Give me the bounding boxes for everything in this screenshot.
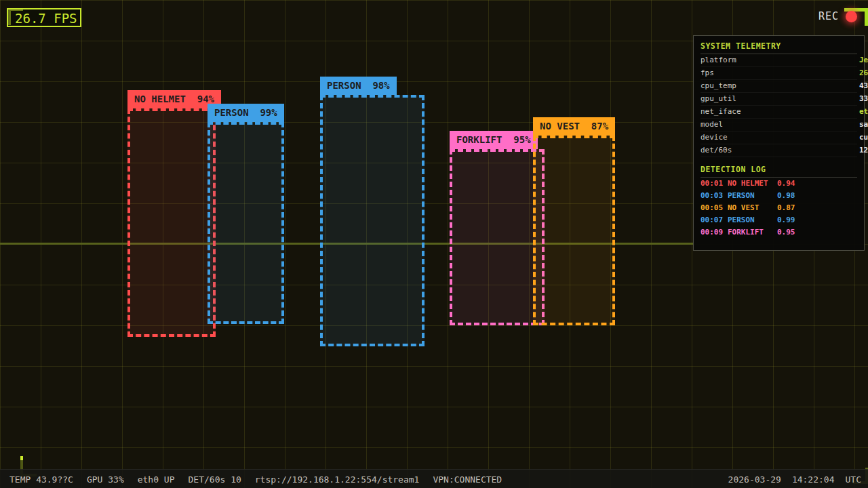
telemetry-row-value: eth0: [859, 106, 868, 118]
telemetry-rows: platformJetsfps26.7cpu_temp43.9gpu_util3…: [701, 54, 864, 157]
detection-log-row: 00:03PERSON0.98: [701, 190, 864, 202]
telemetry-row-value: 26.7: [859, 67, 868, 79]
status-item: TEMP 43.9??C: [9, 474, 73, 485]
detection-log-entries: 00:01NO HELMET0.9400:03PERSON0.9800:05NO…: [701, 178, 864, 239]
log-confidence: 0.87: [777, 202, 795, 214]
telemetry-row: fps26.7: [701, 67, 857, 80]
telemetry-row: gpu_util33%: [701, 93, 857, 106]
detection-box: FORKLIFT 95%: [450, 149, 545, 325]
telemetry-row-label: platform: [701, 56, 736, 64]
telemetry-title: SYSTEM TELEMETRY: [701, 39, 857, 54]
detection-log-row: 00:05NO VEST0.87: [701, 202, 864, 214]
telemetry-row: devicecuda: [701, 131, 857, 144]
telemetry-row: net_ifaceeth0: [701, 106, 857, 119]
detection-log-row: 00:09FORKLIFT0.95: [701, 226, 864, 239]
detection-label: PERSON 98%: [320, 77, 397, 95]
status-item: UTC: [846, 474, 861, 485]
detection-log-row: 00:01NO HELMET0.94: [701, 178, 864, 190]
telemetry-row: platformJets: [701, 54, 857, 67]
status-item: rtsp://192.168.1.22:554/stream1: [255, 474, 420, 485]
status-item: VPN:CONNECTED: [433, 474, 502, 485]
detection-box: NO HELMET 94%: [127, 108, 216, 337]
telemetry-row-label: det/60s: [701, 146, 732, 155]
log-time: 00:05: [701, 202, 728, 214]
log-time: 00:07: [701, 214, 728, 226]
log-confidence: 0.95: [777, 226, 795, 239]
telemetry-row-label: model: [701, 120, 723, 129]
log-confidence: 0.98: [777, 190, 795, 202]
status-item: 14:22:04: [792, 474, 835, 485]
telemetry-row-label: device: [701, 133, 728, 142]
detection-box: PERSON 98%: [320, 95, 425, 346]
telemetry-row-value: safe: [859, 119, 868, 131]
panel-spacer: [701, 157, 864, 162]
telemetry-row: det/60s12: [701, 144, 857, 157]
telemetry-row: cpu_temp43.9: [701, 80, 857, 93]
log-time: 00:01: [701, 178, 728, 190]
detection-log-row: 00:07PERSON0.99: [701, 214, 864, 226]
detection-label: PERSON 99%: [208, 104, 284, 122]
log-class-label: NO VEST: [728, 202, 777, 214]
status-bar-right: 2026-03-2914:22:04UTC: [728, 474, 861, 485]
detection-box: NO VEST 87%: [533, 136, 615, 325]
detection-label: NO VEST 87%: [533, 117, 615, 136]
telemetry-row-label: cpu_temp: [701, 81, 736, 90]
log-class-label: FORKLIFT: [728, 226, 777, 239]
telemetry-row: modelsafe: [701, 119, 857, 131]
telemetry-row-value: Jets: [859, 54, 868, 66]
status-item: 2026-03-29: [728, 474, 781, 485]
rec-indicator: REC: [818, 10, 857, 22]
status-item: eth0 UP: [138, 474, 175, 485]
telemetry-row-value: 33%: [859, 93, 868, 105]
telemetry-row-value: 43.9: [859, 80, 868, 92]
telemetry-row-value: 12: [859, 144, 868, 157]
status-bar: TEMP 43.9??CGPU 33%eth0 UPDET/60s 10rtsp…: [0, 469, 868, 488]
status-item: DET/60s 10: [189, 474, 241, 485]
viewfinder-tick: [20, 456, 23, 460]
log-confidence: 0.99: [777, 214, 795, 226]
telemetry-row-label: fps: [701, 68, 714, 77]
log-time: 00:09: [701, 226, 728, 239]
detection-label: FORKLIFT 95%: [450, 131, 538, 149]
rec-label: REC: [818, 10, 839, 22]
log-class-label: NO HELMET: [728, 178, 777, 190]
log-confidence: 0.94: [777, 178, 795, 190]
detection-box: PERSON 99%: [208, 122, 284, 324]
video-hud-canvas: 26.7 FPS REC NO HELMET 94%PERSON 99%PERS…: [0, 0, 868, 488]
telemetry-row-value: cuda: [859, 131, 868, 144]
status-bar-left: TEMP 43.9??CGPU 33%eth0 UPDET/60s 10rtsp…: [0, 474, 502, 485]
status-item: GPU 33%: [87, 474, 124, 485]
log-class-label: PERSON: [728, 214, 777, 226]
rec-dot-icon: [846, 11, 857, 22]
telemetry-panel: SYSTEM TELEMETRY platformJetsfps26.7cpu_…: [693, 35, 865, 251]
fps-badge: 26.7 FPS: [7, 8, 81, 27]
telemetry-row-label: net_iface: [701, 107, 741, 116]
detection-log-title: DETECTION LOG: [701, 162, 857, 178]
log-time: 00:03: [701, 190, 728, 202]
log-class-label: PERSON: [728, 190, 777, 202]
telemetry-row-label: gpu_util: [701, 94, 736, 103]
